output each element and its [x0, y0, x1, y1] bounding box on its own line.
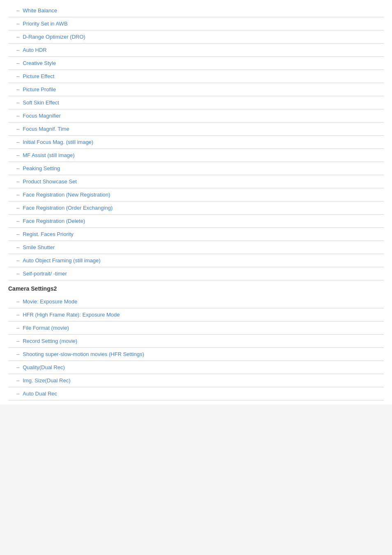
page-container: White BalancePriority Set in AWBD-Range …	[0, 0, 392, 405]
list-item: Priority Set in AWB	[8, 17, 384, 30]
list-item: Auto Object Framing (still image)	[8, 254, 384, 267]
list-item: Quality(Dual Rec)	[8, 361, 384, 374]
list-section-camera-settings1: White BalancePriority Set in AWBD-Range …	[0, 4, 392, 280]
list-item-link[interactable]: Focus Magnifier	[23, 113, 60, 119]
list-item: Auto HDR	[8, 44, 384, 57]
list-item: D-Range Optimizer (DRO)	[8, 30, 384, 44]
list-item: Shooting super-slow-motion movies (HFR S…	[8, 348, 384, 361]
list-item: Regist. Faces Priority	[8, 228, 384, 241]
list-item-link[interactable]: Auto Dual Rec	[23, 391, 57, 397]
list-section-camera-settings2: Movie: Exposure ModeHFR (High Frame Rate…	[0, 295, 392, 400]
list-item: Peaking Setting	[8, 162, 384, 175]
list-item: File Format (movie)	[8, 321, 384, 335]
list-item-link[interactable]: Face Registration (Delete)	[23, 218, 85, 224]
list-item-link[interactable]: Picture Effect	[23, 73, 54, 79]
list-item: Self-portrait/ -timer	[8, 267, 384, 280]
list-item: Face Registration (Order Exchanging)	[8, 201, 384, 215]
list-item: Product Showcase Set	[8, 175, 384, 188]
list-item-link[interactable]: Peaking Setting	[23, 165, 60, 171]
list-item: Picture Effect	[8, 70, 384, 83]
list-item: Initial Focus Mag. (still image)	[8, 136, 384, 149]
list-item-link[interactable]: Auto Object Framing (still image)	[23, 257, 100, 264]
list-item: Focus Magnifier	[8, 109, 384, 123]
list-item: Smile Shutter	[8, 241, 384, 254]
list-item-link[interactable]: Soft Skin Effect	[23, 99, 59, 106]
list-item-link[interactable]: Product Showcase Set	[23, 178, 77, 185]
list-item-link[interactable]: Shooting super-slow-motion movies (HFR S…	[23, 351, 144, 357]
list-item: Focus Magnif. Time	[8, 123, 384, 136]
list-item-link[interactable]: Regist. Faces Priority	[23, 231, 74, 237]
list-item: HFR (High Frame Rate): Exposure Mode	[8, 308, 384, 321]
list-item-link[interactable]: Record Setting (movie)	[23, 338, 77, 344]
list-item-link[interactable]: Focus Magnif. Time	[23, 126, 69, 132]
list-item-link[interactable]: Priority Set in AWB	[23, 21, 67, 27]
list-item-link[interactable]: D-Range Optimizer (DRO)	[23, 34, 85, 40]
list-item: Face Registration (Delete)	[8, 215, 384, 228]
list-item-link[interactable]: Auto HDR	[23, 47, 47, 53]
list-item-link[interactable]: HFR (High Frame Rate): Exposure Mode	[23, 312, 120, 318]
list-item: Img. Size(Dual Rec)	[8, 374, 384, 387]
list-item-link[interactable]: MF Assist (still image)	[23, 152, 74, 158]
list-item-link[interactable]: Face Registration (New Registration)	[23, 192, 110, 198]
list-item-link[interactable]: Img. Size(Dual Rec)	[23, 377, 70, 384]
list-item-link[interactable]: Smile Shutter	[23, 244, 55, 250]
list-item-link[interactable]: White Balance	[23, 7, 57, 14]
list-item-link[interactable]: Movie: Exposure Mode	[23, 298, 77, 305]
list-item-link[interactable]: Creative Style	[23, 60, 56, 66]
list-item: Movie: Exposure Mode	[8, 295, 384, 308]
list-item: Soft Skin Effect	[8, 96, 384, 109]
list-item: MF Assist (still image)	[8, 149, 384, 162]
list-item: Picture Profile	[8, 83, 384, 96]
list-item-link[interactable]: Initial Focus Mag. (still image)	[23, 139, 93, 145]
list-item-link[interactable]: Face Registration (Order Exchanging)	[23, 205, 113, 211]
list-item: White Balance	[8, 4, 384, 17]
list-item: Auto Dual Rec	[8, 387, 384, 400]
list-item-link[interactable]: Quality(Dual Rec)	[23, 364, 65, 370]
list-item: Creative Style	[8, 57, 384, 70]
section-header-camera-settings2: Camera Settings2	[0, 280, 392, 295]
list-item: Face Registration (New Registration)	[8, 188, 384, 201]
list-item-link[interactable]: File Format (movie)	[23, 325, 69, 331]
list-item-link[interactable]: Picture Profile	[23, 86, 56, 92]
list-item-link[interactable]: Self-portrait/ -timer	[23, 271, 67, 277]
list-item: Record Setting (movie)	[8, 335, 384, 348]
